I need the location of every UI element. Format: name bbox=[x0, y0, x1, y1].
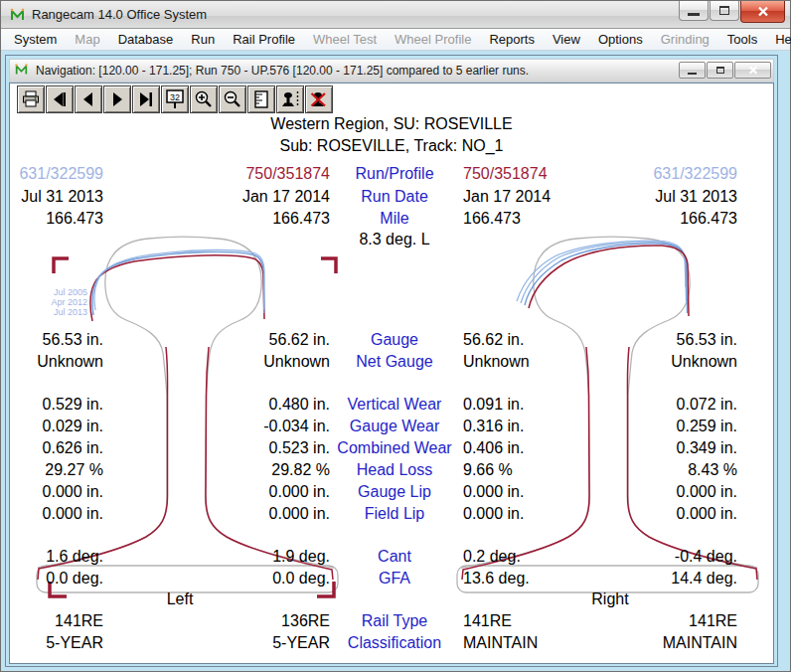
table-row-cant: 1.6 deg. 1.9 deg. Cant 0.2 deg. -0.4 deg… bbox=[14, 547, 773, 566]
zoom-out-button[interactable] bbox=[219, 85, 246, 113]
value: 0.523 in. bbox=[165, 438, 330, 457]
navigation-toolbar: 32 bbox=[10, 84, 773, 114]
value: Unknown bbox=[165, 352, 330, 371]
close-icon bbox=[757, 6, 769, 17]
value: MAINTAIN bbox=[644, 633, 737, 652]
navigation-titlebar[interactable]: Navigation: [120.00 - 171.25]; Run 750 -… bbox=[9, 59, 774, 83]
value: 14.4 deg. bbox=[644, 569, 737, 588]
rail-template-outline bbox=[457, 237, 758, 592]
ruler-button[interactable] bbox=[247, 85, 275, 113]
table-row-field-lip: 0.000 in. 0.000 in. Field Lip 0.000 in. … bbox=[14, 504, 773, 523]
value: 0.349 in. bbox=[644, 438, 737, 457]
print-button[interactable] bbox=[17, 85, 45, 113]
navigation-client-area: 32 bbox=[9, 83, 774, 664]
menu-rail-profile[interactable]: Rail Profile bbox=[224, 29, 304, 50]
value: 0.000 in. bbox=[18, 482, 103, 501]
table-row-net-gauge: Unknown Unknown Net Gauge Unknown Unknow… bbox=[14, 352, 773, 371]
value: 13.6 deg. bbox=[463, 569, 592, 588]
value: Jan 17 2014 bbox=[165, 187, 330, 206]
row-label: Classification bbox=[312, 633, 477, 652]
value: 166.473 bbox=[463, 209, 592, 228]
first-run-button[interactable] bbox=[46, 85, 74, 113]
printer-icon bbox=[21, 89, 41, 109]
value: 141RE bbox=[463, 611, 592, 630]
value: -0.4 deg. bbox=[644, 547, 737, 566]
navigation-minimize-button[interactable] bbox=[679, 62, 706, 79]
menu-database[interactable]: Database bbox=[109, 29, 183, 50]
zoom-in-button[interactable] bbox=[190, 85, 218, 113]
row-label: Head Loss bbox=[312, 460, 477, 479]
cancel-button[interactable] bbox=[305, 85, 333, 113]
menu-options[interactable]: Options bbox=[589, 29, 652, 50]
navigation-window-icon bbox=[14, 63, 31, 79]
value: 0.0 deg. bbox=[165, 569, 330, 588]
current-run-profile-line bbox=[529, 246, 689, 316]
arrow-left-icon bbox=[79, 89, 98, 109]
rail-marker-button[interactable] bbox=[276, 85, 304, 113]
table-row-gauge-wear: 0.029 in. -0.034 in. Gauge Wear 0.316 in… bbox=[14, 417, 773, 435]
table-row-gfa: 0.0 deg. 0.0 deg. GFA 13.6 deg. 14.4 deg… bbox=[14, 569, 773, 588]
previous-button[interactable] bbox=[75, 85, 102, 113]
table-row-vertical-wear: 0.529 in. 0.480 in. Vertical Wear 0.091 … bbox=[14, 395, 773, 414]
milepost-icon: 32 bbox=[164, 88, 186, 110]
value: Unknown bbox=[644, 352, 737, 371]
value: -0.034 in. bbox=[165, 417, 330, 435]
mdi-area: Navigation: [120.00 - 171.25]; Run 750 -… bbox=[1, 51, 790, 671]
value: 0.0 deg. bbox=[18, 569, 103, 588]
next-button[interactable] bbox=[103, 85, 131, 113]
value: 1.9 deg. bbox=[165, 547, 330, 566]
legend-item: Jul 2005 bbox=[32, 287, 87, 297]
maximize-button[interactable] bbox=[710, 1, 739, 21]
row-label: Cant bbox=[312, 547, 477, 566]
table-row-classification: 5-YEAR 5-YEAR Classification MAINTAIN MA… bbox=[14, 633, 773, 652]
zoom-in-icon bbox=[194, 89, 214, 109]
menu-wheel-test: Wheel Test bbox=[304, 29, 386, 50]
milepost-button[interactable]: 32 bbox=[161, 85, 189, 113]
menu-run[interactable]: Run bbox=[182, 29, 224, 50]
menu-view[interactable]: View bbox=[544, 29, 589, 50]
zoom-out-icon bbox=[223, 89, 242, 109]
value: 9.66 % bbox=[463, 460, 592, 479]
maximize-icon bbox=[716, 67, 724, 74]
table-row-mile: 166.473 166.473 Mile 166.473 166.473 bbox=[14, 209, 773, 228]
row-label: Gauge Wear bbox=[312, 417, 477, 435]
legend-item: Apr 2012 bbox=[32, 297, 87, 307]
navigation-close-button[interactable] bbox=[734, 62, 771, 79]
menu-help[interactable]: Help bbox=[766, 29, 791, 50]
value: 166.473 bbox=[18, 209, 103, 228]
menu-tools[interactable]: Tools bbox=[718, 29, 766, 50]
value: 1.6 deg. bbox=[18, 547, 103, 566]
rail-profile-report: Western Region, SU: ROSEVILLE Sub: ROSEV… bbox=[10, 114, 773, 663]
menu-reports[interactable]: Reports bbox=[480, 29, 544, 50]
close-button[interactable] bbox=[740, 1, 785, 23]
value: 0.480 in. bbox=[165, 395, 330, 414]
value: 29.27 % bbox=[18, 460, 103, 479]
value: 141RE bbox=[18, 611, 103, 630]
row-label: Field Lip bbox=[312, 504, 477, 523]
row-label: Gauge bbox=[312, 330, 477, 349]
navigation-maximize-button[interactable] bbox=[707, 62, 733, 79]
app-titlebar[interactable]: Rangecam 14.0 Office System bbox=[1, 1, 790, 29]
row-label: Net Gauge bbox=[312, 352, 477, 371]
value: 0.259 in. bbox=[644, 417, 737, 435]
minimize-icon bbox=[688, 73, 697, 75]
close-icon bbox=[748, 66, 758, 75]
maximize-icon bbox=[719, 6, 729, 15]
value: 0.000 in. bbox=[165, 504, 330, 523]
row-label: Rail Type bbox=[312, 611, 477, 630]
table-row-rail-type: 141RE 136RE Rail Type 141RE 141RE bbox=[14, 611, 773, 630]
value: Jul 31 2013 bbox=[644, 187, 737, 206]
value: 141RE bbox=[644, 611, 737, 630]
table-row-gauge-lip: 0.000 in. 0.000 in. Gauge Lip 0.000 in. … bbox=[14, 482, 773, 501]
menu-grinding: Grinding bbox=[652, 29, 718, 50]
last-run-button[interactable] bbox=[132, 85, 160, 113]
minimize-button[interactable] bbox=[679, 1, 709, 21]
curvature-value: 8.3 deg. L bbox=[312, 231, 477, 249]
value: 8.43 % bbox=[644, 460, 737, 479]
app-logo-icon bbox=[9, 7, 26, 23]
value: 166.473 bbox=[165, 209, 330, 228]
value: 0.000 in. bbox=[463, 504, 592, 523]
earlier-runs-legend: Jul 2005 Apr 2012 Jul 2013 bbox=[32, 287, 87, 317]
rail-section-icon bbox=[279, 89, 301, 109]
menu-system[interactable]: System bbox=[5, 29, 66, 50]
